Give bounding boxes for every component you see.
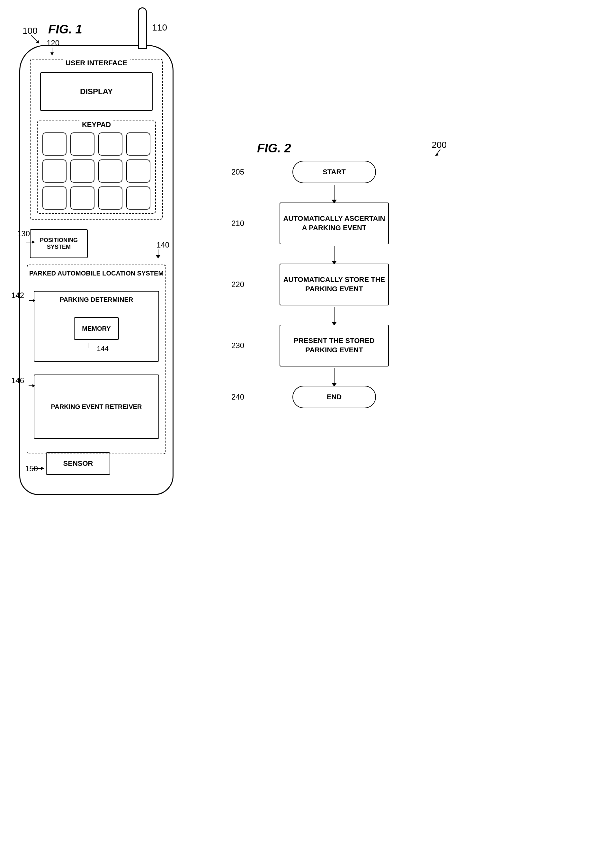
svg-marker-10 [33,299,35,302]
step-210-text: AUTOMATICALLY ASCERTAIN A PARKING EVENT [280,214,388,232]
antenna [138,8,147,49]
arrow-146-icon [29,382,37,389]
ref-140: 140 [157,241,169,249]
start-label: START [323,168,346,177]
step-220-text: AUTOMATICALLY STORE THE PARKING EVENT [280,275,388,294]
arrow-100-icon [29,34,42,47]
memory-box: MEMORY [74,317,119,340]
arrow-210-220 [251,244,418,264]
fig1-container: 100 FIG. 1 110 120 [13,19,193,495]
end-label: END [327,393,341,402]
step-230-text: PRESENT THE STORED PARKING EVENT [280,336,388,354]
key-6[interactable] [70,159,95,183]
fig1-label: FIG. 1 [48,22,82,36]
positioning-box: POSITIONING SYSTEM [30,229,88,258]
key-4[interactable] [126,132,151,155]
key-8[interactable] [126,159,151,183]
user-interface-box: 120 USER INTERFACE DISPLAY KEYPAD [30,59,163,219]
page-container: 100 FIG. 1 110 120 [0,0,616,858]
pals-label: PARKED AUTOMOBILE LOCATION SYSTEM [29,270,164,277]
arrow-120-icon [50,48,60,57]
svg-marker-16 [435,153,439,156]
ref-130: 130 [17,229,30,238]
display-box: DISPLAY [40,72,153,111]
pals-box: PARKED AUTOMOBILE LOCATION SYSTEM PARKIN… [27,264,166,454]
step-220-box: AUTOMATICALLY STORE THE PARKING EVENT [279,264,389,305]
arrow-line-1 [334,185,335,201]
key-9[interactable] [42,187,67,210]
key-1[interactable] [42,132,67,155]
arrow-205-210 [251,183,418,202]
key-12[interactable] [126,187,151,210]
svg-marker-7 [156,255,160,258]
sensor-label: SENSOR [63,459,93,468]
fig2-label: FIG. 2 [257,141,291,155]
ref-240: 240 [231,393,244,401]
flowchart: 205 START 210 AUTOMATICALLY ASCERTAIN A … [251,161,418,408]
ref-110: 110 [152,22,167,33]
ref-146: 146 [11,376,24,385]
key-2[interactable] [70,132,95,155]
display-label: DISPLAY [80,87,113,96]
arrow-142-icon [29,297,37,304]
ref-230: 230 [231,341,244,350]
key-10[interactable] [70,187,95,210]
arrow-line-3 [334,307,335,323]
step-210-item: 210 AUTOMATICALLY ASCERTAIN A PARKING EV… [251,202,418,244]
arrow-150-icon [33,465,46,472]
ref-144: 144 [97,345,109,353]
step-230-item: 230 PRESENT THE STORED PARKING EVENT [251,325,418,367]
end-item: 240 END [251,386,418,408]
memory-label: MEMORY [82,325,110,333]
pd-box: PARKING DETERMINER MEMORY 144 [34,291,159,362]
start-oval: START [292,161,376,183]
key-5[interactable] [42,159,67,183]
positioning-text: POSITIONING SYSTEM [31,237,87,250]
start-item: 205 START [251,161,418,183]
arrow-144-icon [84,343,94,351]
pd-label: PARKING DETERMINER [60,296,133,303]
svg-marker-12 [33,384,35,387]
phone-body: 120 USER INTERFACE DISPLAY KEYPAD [19,45,174,495]
key-3[interactable] [98,132,123,155]
key-7[interactable] [98,159,123,183]
per-text: PARKING EVENT RETREIVER [51,402,142,411]
key-11[interactable] [98,187,123,210]
arrow-230-240 [251,367,418,386]
svg-marker-3 [50,53,54,56]
ref-120-area: 120 [47,39,59,48]
ref-140-area: 140 [157,241,169,249]
svg-marker-14 [41,467,44,470]
ref-205: 205 [231,168,244,177]
ref-144-area: 144 [84,343,109,353]
ref-200-area: 200 [431,140,447,150]
keys-grid [42,132,151,210]
end-oval: END [292,386,376,408]
sensor-box: SENSOR [46,452,110,475]
ref-210: 210 [231,219,244,228]
keypad-box: KEYPAD [37,121,156,214]
arrow-line-2 [334,246,335,262]
per-box: PARKING EVENT RETREIVER [34,375,159,439]
arrow-line-4 [334,368,335,384]
ref-200: 200 [431,140,447,150]
ref-142: 142 [11,291,24,300]
keypad-label: KEYPAD [79,121,113,129]
arrow-200-icon [434,149,444,159]
step-230-box: PRESENT THE STORED PARKING EVENT [279,325,389,367]
ref-120: 120 [47,39,59,47]
step-220-item: 220 AUTOMATICALLY STORE THE PARKING EVEN… [251,264,418,305]
arrow-140-icon [153,249,163,259]
arrow-220-230 [251,305,418,325]
ui-label: USER INTERFACE [63,59,130,67]
ref-220: 220 [231,280,244,289]
step-210-box: AUTOMATICALLY ASCERTAIN A PARKING EVENT [279,202,389,244]
